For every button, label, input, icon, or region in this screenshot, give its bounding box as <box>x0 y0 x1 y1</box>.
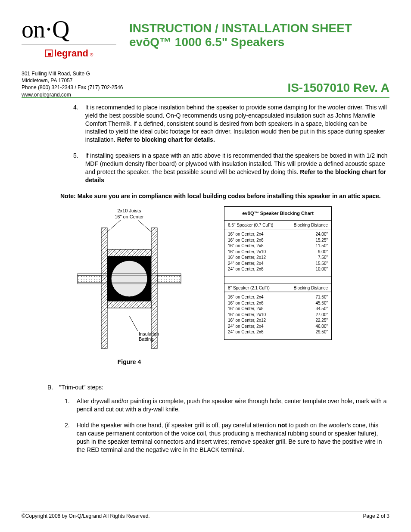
row-l: 16" on Center, 2x4 <box>228 294 264 300</box>
chart-row: 16" on Center, 2x109.00" <box>228 249 328 255</box>
section-b-marker: B. <box>47 383 53 392</box>
row-l: 16" on Center, 2x6 <box>228 237 264 243</box>
row-r: 11.50" <box>315 243 328 249</box>
row-r: 71.50" <box>315 294 328 300</box>
list-item-b1: 1. After drywall and/or painting is comp… <box>65 397 389 414</box>
row-r: 7.50" <box>318 255 328 261</box>
row-l: 24" on Center, 2x6 <box>228 266 264 272</box>
chart-row: 16" on Center, 2x424.00" <box>228 231 328 237</box>
chart-row: 24" on Center, 2x610.00" <box>228 266 328 272</box>
chart-sec2-left: 8" Speaker (2.1 CuFt) <box>228 285 270 291</box>
chart-title: evōQ™ Speaker Blocking Chart <box>224 207 331 221</box>
svg-rect-3 <box>101 228 107 348</box>
figure-4: 2x10 Joists 16" on Center <box>60 206 198 366</box>
svg-line-1 <box>107 220 121 232</box>
onq-logo: on·Q <box>22 17 116 41</box>
chart-gap <box>224 277 331 283</box>
item-text: It is recommended to place insulation be… <box>85 103 389 144</box>
row-l: 24" on Center, 2x6 <box>228 329 264 335</box>
logo-column: on·Q legrand® <box>22 17 116 59</box>
item-text: Hold the speaker with one hand, (if spea… <box>77 421 389 454</box>
chart-row: 16" on Center, 2x645.50" <box>228 300 328 306</box>
chart-row: 24" on Center, 2x446.00" <box>228 324 328 330</box>
list-item-4: 4. It is recommended to place insulation… <box>73 103 389 144</box>
svg-rect-5 <box>107 249 151 256</box>
chart-row: 16" on Center, 2x1222.25" <box>228 317 328 324</box>
onq-logo-right: Q <box>52 16 69 43</box>
row-l: 16" on Center, 2x12 <box>228 255 266 261</box>
chart-sec2-head: 8" Speaker (2.1 CuFt) Blocking Distance <box>224 283 331 292</box>
chart-sec1-right: Blocking Distance <box>294 222 328 228</box>
b2-not: not <box>277 422 289 429</box>
item-text: After drywall and/or painting is complet… <box>77 397 389 414</box>
item-number: 1. <box>65 397 70 414</box>
legrand-square-icon <box>45 50 53 57</box>
svg-rect-4 <box>151 228 157 348</box>
figure-caption: Figure 4 <box>60 358 198 366</box>
footer: ©Copyright 2006 by On-Q/Legrand All Righ… <box>22 511 389 519</box>
chart-row: 16" on Center, 2x127.50" <box>228 255 328 261</box>
chart-row: 24" on Center, 2x629.50" <box>228 329 328 335</box>
row-r: 45.50" <box>315 300 328 306</box>
chart-sec2-right: Blocking Distance <box>294 285 328 291</box>
body: 4. It is recommended to place insulation… <box>22 103 389 454</box>
onq-logo-dot: · <box>45 19 52 39</box>
figure-and-chart-row: 2x10 Joists 16" on Center <box>60 206 389 366</box>
chart-row: 16" on Center, 2x1027.00" <box>228 312 328 318</box>
svg-line-2 <box>138 220 152 232</box>
row-l: 16" on Center, 2x12 <box>228 317 266 324</box>
numbered-list: 4. It is recommended to place insulation… <box>22 103 389 184</box>
row-l: 24" on Center, 2x4 <box>228 261 264 267</box>
row-r: 15.25" <box>315 237 328 243</box>
chart-row: 16" on Center, 2x615.25" <box>228 237 328 243</box>
row-r: 34.50" <box>315 306 328 312</box>
document-title: INSTRUCTION / INSTALLATION SHEET evōQ™ 1… <box>129 22 389 49</box>
svg-rect-10 <box>157 275 181 282</box>
header-rule <box>22 97 389 98</box>
svg-rect-9 <box>78 275 101 282</box>
section-b: B. "Trim-out" steps: 1. After drywall an… <box>47 383 389 454</box>
row-r: 27.00" <box>315 312 328 318</box>
row-r: 22.25" <box>315 317 328 324</box>
blocking-chart: evōQ™ Speaker Blocking Chart 6.5" Speake… <box>224 206 332 340</box>
item4-bold: Refer to blocking chart for details. <box>117 136 215 143</box>
row-r: 29.50" <box>315 329 328 335</box>
compliance-note: Note: Make sure you are in compliance wi… <box>60 192 389 200</box>
page: on·Q legrand® INSTRUCTION / INSTALLATION… <box>0 0 411 532</box>
title-column: INSTRUCTION / INSTALLATION SHEET evōQ™ 1… <box>129 17 389 49</box>
row-r: 46.00" <box>315 324 328 330</box>
row-l: 16" on Center, 2x4 <box>228 231 264 237</box>
row-r: 9.00" <box>318 249 328 255</box>
footer-page: Page 2 of 3 <box>363 513 389 519</box>
row-l: 16" on Center, 2x6 <box>228 300 264 306</box>
svg-rect-6 <box>107 301 151 308</box>
fig-top-label-1: 2x10 Joists <box>117 208 141 213</box>
chart-row: 16" on Center, 2x471.50" <box>228 294 328 300</box>
list-item-b2: 2. Hold the speaker with one hand, (if s… <box>65 421 389 454</box>
row-r: 10.00" <box>315 266 328 272</box>
item-number: 5. <box>73 152 78 184</box>
address-line1: 301 Fulling Mill Road, Suite G <box>22 70 389 77</box>
section-b-heading: B. "Trim-out" steps: <box>47 383 389 392</box>
chart-sec1-head: 6.5" Speaker (0.7 CuFt) Blocking Distanc… <box>224 221 331 229</box>
section-b-list: 1. After drywall and/or painting is comp… <box>47 397 389 454</box>
onq-logo-left: on <box>22 16 45 43</box>
logo-divider <box>22 44 116 44</box>
chart-row: 16" on Center, 2x834.50" <box>228 306 328 312</box>
header: on·Q legrand® INSTRUCTION / INSTALLATION… <box>22 17 389 59</box>
chart-row: 24" on Center, 2x415.50" <box>228 261 328 267</box>
chart-sec1-left: 6.5" Speaker (0.7 CuFt) <box>228 222 273 228</box>
chart-sec1-rows: 16" on Center, 2x424.00" 16" on Center, … <box>224 230 331 277</box>
list-item-5: 5. If installing speakers in a space wit… <box>73 152 389 184</box>
item-number: 2. <box>65 421 70 454</box>
row-r: 24.00" <box>315 231 328 237</box>
section-b-title: "Trim-out" steps: <box>59 383 103 392</box>
b2-text-a: Hold the speaker with one hand, (if spea… <box>77 422 278 429</box>
row-l: 16" on Center, 2x8 <box>228 306 264 312</box>
row-l: 16" on Center, 2x8 <box>228 243 264 249</box>
title-line2: evōQ™ 1000 6.5" Speakers <box>129 35 284 49</box>
row-l: 16" on Center, 2x10 <box>228 249 266 255</box>
item-number: 4. <box>73 103 78 144</box>
row-l: 16" on Center, 2x10 <box>228 312 266 318</box>
fig-top-label-2: 16" on Center <box>115 214 144 219</box>
